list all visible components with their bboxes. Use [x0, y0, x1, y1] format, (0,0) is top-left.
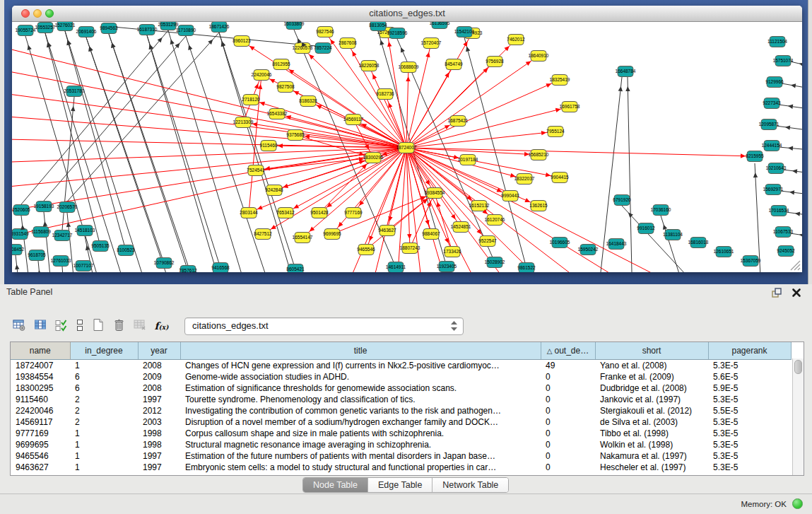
table-cell[interactable]: 5.3E-5 [708, 450, 791, 462]
column-header-in_degree[interactable]: in_degree [70, 342, 138, 360]
table-cell[interactable]: 2012 [138, 405, 180, 416]
table-cell[interactable]: 5.6E-5 [708, 371, 791, 382]
tab-node-table[interactable]: Node Table [303, 478, 367, 492]
table-cell[interactable]: 0 [541, 428, 595, 439]
table-cell[interactable]: 5.9E-5 [708, 382, 791, 394]
table-row[interactable]: 977716911998Corpus callosum shape and si… [11, 428, 791, 439]
table-cell[interactable]: 0 [541, 462, 595, 473]
network-edge[interactable] [406, 107, 570, 148]
create-column-button[interactable] [88, 317, 107, 335]
table-cell[interactable]: 0 [541, 382, 595, 394]
table-cell[interactable]: Structural magnetic resonance image aver… [180, 439, 541, 450]
network-edge[interactable] [790, 62, 802, 71]
show-columns-button[interactable] [31, 317, 50, 335]
table-cell[interactable]: Genome-wide association studies in ADHD. [180, 371, 541, 382]
network-edge[interactable] [385, 94, 406, 148]
table-cell[interactable]: 22420046 [11, 405, 70, 416]
network-edge[interactable] [406, 80, 560, 148]
table-row[interactable]: 911546021997Tourette syndrome. Phenomeno… [11, 394, 791, 405]
table-cell[interactable]: 9463627 [11, 462, 70, 473]
column-header-out_de[interactable]: △out_de… [541, 342, 595, 360]
table-row[interactable]: 1872400712008Changes of HCN gene express… [11, 360, 791, 372]
table-cell[interactable]: 5.3E-5 [708, 360, 791, 372]
table-cell[interactable]: 2 [70, 416, 138, 428]
table-selector-dropdown[interactable]: citations_edges.txt [184, 317, 464, 335]
table-cell[interactable]: Stergiakouli et al. (2012) [595, 405, 708, 416]
table-cell[interactable]: 0 [541, 371, 595, 382]
table-cell[interactable]: 1 [70, 360, 138, 372]
table-cell[interactable]: 18300295 [11, 382, 70, 394]
table-cell[interactable]: 5.3E-5 [708, 439, 791, 450]
table-cell[interactable]: 1 [70, 428, 138, 439]
table-row[interactable]: 946554611997Estimation of the future num… [11, 450, 791, 462]
table-cell[interactable]: 6 [70, 371, 138, 382]
table-cell[interactable]: de Silva et al. (2003) [595, 416, 708, 428]
table-cell[interactable]: 0 [541, 416, 595, 428]
table-cell[interactable]: Nakamura et al. (1997) [595, 450, 708, 462]
row-height-button[interactable] [73, 317, 86, 335]
network-edge[interactable] [783, 170, 802, 176]
table-cell[interactable]: 9465546 [11, 450, 70, 462]
network-edge[interactable] [12, 148, 406, 245]
table-cell[interactable]: 1 [70, 462, 138, 473]
network-edge[interactable] [661, 216, 689, 272]
network-edge[interactable] [406, 148, 510, 196]
column-header-year[interactable]: year [138, 342, 180, 360]
table-cell[interactable]: 0 [541, 405, 595, 416]
close-window-button[interactable] [21, 9, 30, 18]
table-cell[interactable]: Embryonic stem cells: a model to study s… [180, 462, 541, 473]
network-edge[interactable] [628, 77, 632, 272]
delete-table-button[interactable] [131, 317, 150, 335]
table-cell[interactable]: Hescheler et al. (1997) [595, 462, 708, 473]
table-cell[interactable]: Investigating the contribution of common… [180, 405, 541, 416]
network-edge[interactable] [21, 216, 32, 272]
table-cell[interactable]: 9777169 [11, 428, 70, 439]
table-cell[interactable]: 49 [541, 360, 595, 372]
table-cell[interactable]: Tourette syndrome. Phenomenology and cla… [180, 394, 541, 405]
network-edge[interactable] [38, 261, 42, 272]
tab-edge-table[interactable]: Edge Table [367, 478, 432, 492]
network-edge[interactable] [790, 233, 802, 240]
tab-network-table[interactable]: Network Table [432, 478, 508, 492]
table-cell[interactable]: 2 [70, 394, 138, 405]
network-edge[interactable] [147, 35, 226, 272]
function-builder-button[interactable]: f(x) [152, 317, 171, 335]
network-view-window[interactable]: citations_edges.txt 89601238912955122605… [12, 6, 802, 271]
table-row[interactable]: 969969511998Structural magnetic resonanc… [11, 439, 791, 450]
table-cell[interactable]: Dudbridge et al. (2008) [595, 382, 708, 394]
column-checklist-button[interactable] [52, 317, 71, 335]
table-scrollbar[interactable] [792, 358, 804, 476]
table-cell[interactable]: Changes of HCN gene expression and I(f) … [180, 360, 541, 372]
column-header-short[interactable]: short [595, 342, 708, 360]
memory-status-indicator-icon[interactable] [792, 498, 803, 509]
table-cell[interactable]: Yano et al. (2008) [595, 360, 708, 372]
network-edge[interactable] [67, 33, 219, 201]
table-cell[interactable]: 1997 [138, 462, 180, 473]
column-header-title[interactable]: title [180, 342, 541, 360]
table-cell[interactable]: Jankovic et al. (1997) [595, 394, 708, 405]
table-cell[interactable]: 2008 [138, 382, 180, 394]
table-mode-button[interactable] [10, 317, 29, 335]
network-canvas[interactable]: 8960123891295512260578982754628676081822… [12, 22, 802, 272]
network-edge[interactable] [406, 132, 555, 148]
network-window-titlebar[interactable]: citations_edges.txt [12, 6, 802, 22]
table-cell[interactable]: Estimation of the future numbers of pati… [180, 450, 541, 462]
table-row[interactable]: 946362711997Embryonic stem cells: a mode… [11, 462, 791, 473]
table-cell[interactable]: 0 [541, 394, 595, 405]
table-cell[interactable]: 2008 [138, 360, 180, 372]
network-edge[interactable] [44, 212, 53, 272]
citation-network-graph[interactable]: 8960123891295512260578982754628676081822… [12, 22, 802, 272]
network-edge[interactable] [147, 35, 220, 268]
table-cell[interactable]: 19384554 [11, 371, 70, 382]
table-row[interactable]: 2242004622012Investigating the contribut… [11, 405, 791, 416]
table-cell[interactable]: 5.3E-5 [708, 416, 791, 428]
table-cell[interactable]: 1997 [138, 394, 180, 405]
table-scrollbar-thumb[interactable] [794, 360, 802, 374]
table-cell[interactable]: 2 [70, 405, 138, 416]
table-cell[interactable]: 2003 [138, 416, 180, 428]
table-cell[interactable]: 14569117 [11, 416, 70, 428]
table-cell[interactable]: 5.5E-5 [708, 405, 791, 416]
column-header-name[interactable]: name [11, 342, 70, 360]
network-edge[interactable] [45, 33, 100, 246]
table-cell[interactable]: 18724007 [11, 360, 70, 372]
